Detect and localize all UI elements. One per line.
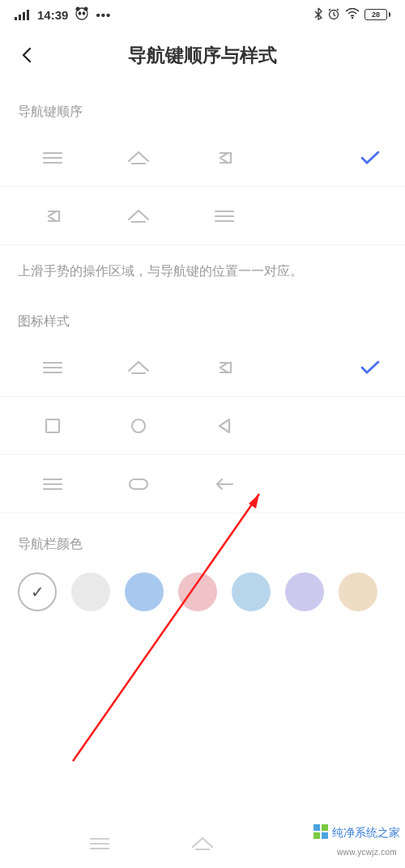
svg-rect-17 xyxy=(313,824,320,831)
page-title: 导航键顺序与样式 xyxy=(44,43,361,68)
page-header: 导航键顺序与样式 xyxy=(0,29,405,81)
svg-rect-2 xyxy=(23,12,25,20)
menu-icon xyxy=(40,355,65,380)
signal-icon: 4GHD xyxy=(15,9,31,20)
battery-icon: 28 xyxy=(364,9,390,20)
svg-point-8 xyxy=(79,11,82,15)
color-swatch-1[interactable] xyxy=(71,572,110,611)
back-nav-icon xyxy=(212,355,237,380)
square-icon xyxy=(40,414,65,438)
back-nav-icon xyxy=(212,146,237,170)
watermark: 纯净系统之家 xyxy=(313,823,400,842)
order-option-1[interactable] xyxy=(0,129,405,187)
order-option-2[interactable] xyxy=(0,187,405,245)
bluetooth-icon xyxy=(314,7,322,23)
color-swatch-4[interactable] xyxy=(232,572,271,611)
svg-rect-19 xyxy=(313,832,320,839)
section-label-style: 图标样式 xyxy=(0,291,405,338)
color-swatch-6[interactable] xyxy=(339,572,377,611)
svg-rect-18 xyxy=(322,824,328,831)
style-option-1[interactable] xyxy=(0,338,405,397)
color-swatch-0[interactable] xyxy=(18,572,57,611)
triangle-back-icon xyxy=(212,414,237,438)
svg-rect-0 xyxy=(15,17,17,20)
arrow-left-icon xyxy=(212,472,237,496)
home-icon xyxy=(126,204,151,228)
menu-icon xyxy=(212,204,237,228)
menu-icon xyxy=(40,146,65,170)
color-swatch-5[interactable] xyxy=(285,572,324,611)
svg-point-13 xyxy=(132,419,145,432)
color-swatch-3[interactable] xyxy=(178,572,217,611)
wifi-icon xyxy=(345,8,360,22)
svg-point-11 xyxy=(352,16,353,18)
order-hint: 上滑手势的操作区域，与导航键的位置一一对应。 xyxy=(0,245,405,291)
style-option-3[interactable] xyxy=(0,455,405,513)
svg-rect-1 xyxy=(19,15,21,20)
back-button[interactable] xyxy=(11,39,44,71)
back-nav-icon xyxy=(40,204,65,228)
alarm-icon xyxy=(327,7,340,23)
circle-icon xyxy=(126,414,151,438)
pill-icon xyxy=(126,472,151,496)
svg-point-9 xyxy=(83,11,86,15)
menu-icon xyxy=(87,832,112,856)
svg-rect-12 xyxy=(46,419,59,432)
status-time: 14:39 xyxy=(37,8,68,22)
home-icon xyxy=(126,146,151,170)
chevron-left-icon xyxy=(19,46,36,64)
check-icon xyxy=(353,360,387,376)
svg-rect-3 xyxy=(27,10,29,20)
menu-thin-icon xyxy=(40,472,65,496)
check-icon xyxy=(353,150,387,166)
color-swatch-2[interactable] xyxy=(125,572,164,611)
home-icon xyxy=(190,832,215,856)
section-label-color: 导航栏颜色 xyxy=(0,513,405,561)
svg-point-6 xyxy=(76,6,80,11)
home-icon xyxy=(126,355,151,380)
more-icon: ••• xyxy=(96,8,111,22)
svg-point-7 xyxy=(84,6,88,11)
color-swatches xyxy=(0,561,405,611)
status-bar: 4GHD 14:39 ••• 28 xyxy=(0,0,405,29)
panda-icon xyxy=(75,6,89,23)
section-label-order: 导航键顺序 xyxy=(0,81,405,129)
style-option-2[interactable] xyxy=(0,397,405,455)
watermark-url: www.ycwjz.com xyxy=(337,848,397,857)
svg-rect-20 xyxy=(322,832,328,839)
watermark-logo-icon xyxy=(313,823,329,842)
svg-rect-14 xyxy=(130,479,147,489)
